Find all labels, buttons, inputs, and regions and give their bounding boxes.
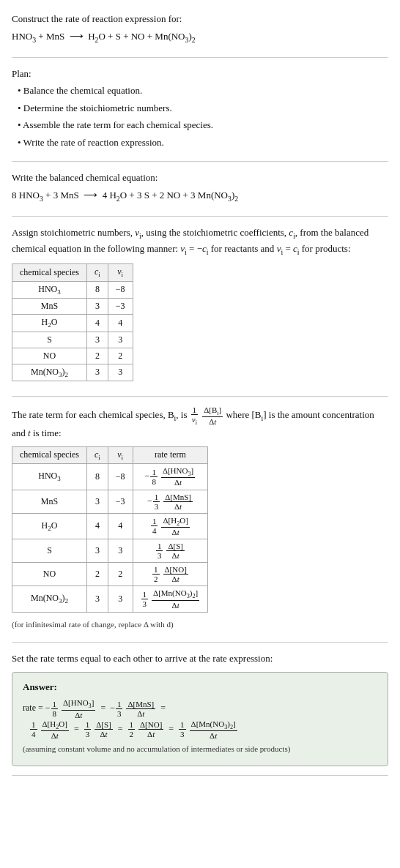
rate-term-section: The rate term for each chemical species,…	[12, 405, 388, 643]
plan-step-1: • Balance the chemical equation.	[18, 83, 388, 98]
answer-box: Answer: rate = −18 Δ[HNO3]Δt = −13 Δ[MnS…	[12, 672, 388, 766]
answer-note: (assuming constant volume and no accumul…	[23, 743, 377, 755]
table-row: MnS 3 −3	[12, 299, 133, 315]
table-row: H2O 4 4 14 Δ[H2O]Δt	[12, 513, 208, 539]
stoich-table: chemical species ci νi HNO3 8 −8 MnS 3 −…	[12, 263, 133, 381]
table-row: Mn(NO3)2 3 3	[12, 364, 133, 381]
plan-section: Plan: • Balance the chemical equation. •…	[12, 67, 388, 162]
table-row: H2O 4 4	[12, 315, 133, 332]
header-reaction: HNO3 + MnS ⟶ H2O + S + NO + Mn(NO3)2	[12, 29, 388, 45]
plan-step-2: • Determine the stoichiometric numbers.	[18, 101, 388, 116]
stoich-section: Assign stoichiometric numbers, νi, using…	[12, 225, 388, 397]
set-equal-section: Set the rate terms equal to each other t…	[12, 651, 388, 775]
table-row: Mn(NO3)2 3 3 13 Δ[Mn(NO3)2]Δt	[12, 586, 208, 612]
rate-expression: rate = −18 Δ[HNO3]Δt = −13 Δ[MnS]Δt = 14…	[23, 698, 377, 740]
table-row: NO 2 2	[12, 348, 133, 364]
stoich-col-species: chemical species	[12, 264, 87, 281]
rate-term-intro: The rate term for each chemical species,…	[12, 405, 388, 441]
table-row: S 3 3	[12, 332, 133, 348]
balanced-label: Write the balanced chemical equation:	[12, 171, 388, 185]
table-row: MnS 3 −3 −13 Δ[MnS]Δt	[12, 490, 208, 513]
set-equal-label: Set the rate terms equal to each other t…	[12, 651, 388, 666]
header-section: Construct the rate of reaction expressio…	[12, 12, 388, 58]
stoich-intro: Assign stoichiometric numbers, νi, using…	[12, 225, 388, 258]
header-title: Construct the rate of reaction expressio…	[12, 12, 388, 26]
rate-term-label: rate =	[23, 703, 45, 713]
table-row: S 3 3 13 Δ[S]Δt	[12, 539, 208, 563]
stoich-col-ci: ci	[86, 264, 108, 281]
table-row: HNO3 8 −8 −18 Δ[HNO3]Δt	[12, 464, 208, 490]
plan-label: Plan:	[12, 67, 388, 81]
rate-col-species: chemical species	[12, 446, 87, 463]
stoich-col-vi: νi	[108, 264, 133, 281]
rate-col-term: rate term	[133, 446, 208, 463]
answer-label: Answer:	[23, 680, 377, 695]
table-row: NO 2 2 12 Δ[NO]Δt	[12, 563, 208, 586]
rate-table: chemical species ci νi rate term HNO3 8 …	[12, 446, 208, 613]
balanced-equation: 8 HNO3 + 3 MnS ⟶ 4 H2O + 3 S + 2 NO + 3 …	[12, 188, 388, 204]
plan-step-4: • Write the rate of reaction expression.	[18, 135, 388, 150]
plan-step-3: • Assemble the rate term for each chemic…	[18, 118, 388, 132]
rate-col-vi: νi	[108, 446, 133, 463]
rate-note: (for infinitesimal rate of change, repla…	[12, 618, 388, 631]
rate-col-ci: ci	[86, 446, 108, 463]
table-row: HNO3 8 −8	[12, 281, 133, 298]
balanced-section: Write the balanced chemical equation: 8 …	[12, 171, 388, 217]
